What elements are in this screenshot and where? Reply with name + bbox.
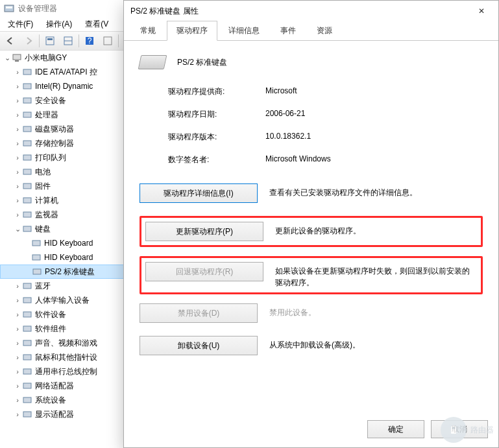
tree-node-label: 电池 [35, 167, 51, 178]
forward-button[interactable] [21, 33, 36, 49]
tree-node[interactable]: ›声音、视频和游戏 [0, 336, 136, 350]
tab-details[interactable]: 详细信息 [219, 21, 269, 40]
uninstall-device-button[interactable]: 卸载设备(U) [140, 336, 258, 355]
update-driver-desc: 更新此设备的驱动程序。 [275, 222, 477, 237]
tree-node[interactable]: ›监视器 [0, 207, 136, 222]
monitor-icon [22, 209, 32, 220]
tree-node[interactable]: ›蓝牙 [0, 279, 136, 293]
expand-icon[interactable]: › [13, 125, 22, 133]
toolbar-btn-3[interactable] [100, 33, 116, 49]
expand-icon[interactable]: › [13, 282, 22, 290]
tree-node[interactable]: ›存储控制器 [0, 136, 136, 150]
expand-icon[interactable]: › [13, 154, 22, 161]
expand-icon[interactable]: ⌄ [13, 225, 22, 233]
device-tree[interactable]: ⌄ 小米电脑GY ›IDE ATA/ATAPI 控›Intel(R) Dynam… [0, 51, 136, 448]
usb-icon [22, 366, 32, 377]
software-icon [22, 309, 32, 320]
svg-rect-28 [23, 298, 31, 303]
expand-icon[interactable]: › [13, 111, 22, 119]
tree-node[interactable]: ›软件组件 [0, 322, 136, 336]
tree-node-label: 打印队列 [35, 152, 66, 163]
tree-node[interactable]: ›网络适配器 [0, 379, 136, 393]
tab-driver[interactable]: 驱动程序 [167, 21, 217, 41]
toolbar-btn-2[interactable] [60, 33, 76, 49]
expand-icon[interactable]: › [13, 68, 22, 76]
tree-child[interactable]: HID Keyboard [0, 250, 136, 265]
expand-icon[interactable]: › [13, 325, 22, 333]
disable-device-button[interactable]: 禁用设备(D) [140, 303, 258, 323]
expand-icon[interactable]: › [13, 396, 22, 404]
svg-rect-10 [13, 54, 21, 60]
svg-rect-24 [32, 241, 40, 246]
ide-icon [22, 67, 32, 77]
date-label: 驱动程序日期: [168, 109, 265, 120]
expand-icon[interactable]: › [13, 311, 22, 318]
menu-action[interactable]: 操作(A) [42, 18, 76, 31]
back-button[interactable] [3, 33, 18, 49]
row-uninstall: 卸载设备(U) 从系统中卸载设备(高级)。 [140, 336, 483, 355]
tree-node[interactable]: ›鼠标和其他指针设 [0, 350, 136, 364]
tree-node[interactable]: ›软件设备 [0, 307, 136, 322]
tree-node[interactable]: ›IDE ATA/ATAPI 控 [0, 65, 136, 79]
expand-icon[interactable]: › [13, 368, 22, 375]
svg-rect-17 [23, 141, 31, 146]
dm-title: 设备管理器 [18, 3, 57, 14]
tree-node[interactable]: ⌄键盘 [0, 222, 136, 236]
tabstrip: 常规 驱动程序 详细信息 事件 资源 [124, 21, 498, 41]
help-button[interactable]: ? [82, 33, 97, 49]
tree-node[interactable]: ›磁盘驱动器 [0, 122, 136, 136]
tree-node[interactable]: ›系统设备 [0, 393, 136, 407]
tree-node-label: 蓝牙 [35, 281, 51, 292]
cancel-button[interactable]: 取消 [431, 420, 488, 438]
expand-icon[interactable]: › [13, 410, 22, 418]
tree-node[interactable]: ›显示适配器 [0, 407, 136, 421]
toolbar-btn-1[interactable] [42, 33, 58, 49]
tree-node[interactable]: ›人体学输入设备 [0, 293, 136, 307]
tree-node-label: 网络适配器 [35, 381, 74, 392]
expand-icon[interactable]: › [13, 196, 22, 204]
driver-details-button[interactable]: 驱动程序详细信息(I) [140, 183, 258, 203]
collapse-icon[interactable]: ⌄ [3, 54, 12, 62]
expand-icon[interactable]: › [13, 296, 22, 304]
menu-file[interactable]: 文件(F) [4, 18, 37, 31]
expand-icon[interactable]: › [13, 353, 22, 361]
ok-button[interactable]: 确定 [367, 420, 424, 438]
tree-node[interactable]: ›通用串行总线控制 [0, 364, 136, 379]
expand-icon[interactable]: › [13, 97, 22, 104]
svg-rect-30 [23, 326, 31, 331]
expand-icon[interactable]: › [13, 339, 22, 347]
tab-events[interactable]: 事件 [271, 21, 306, 40]
tree-node[interactable]: ›安全设备 [0, 93, 136, 108]
expand-icon[interactable]: › [13, 182, 22, 190]
cpu-icon [22, 110, 32, 120]
tree-node-label: 系统设备 [35, 395, 66, 406]
tree-node[interactable]: ›电池 [0, 165, 136, 179]
tree-node-label: 通用串行总线控制 [35, 366, 97, 377]
toolbar-separator [79, 34, 79, 47]
tree-child[interactable]: HID Keyboard [0, 236, 136, 250]
update-driver-button[interactable]: 更新驱动程序(P) [145, 222, 263, 241]
tree-node[interactable]: ›计算机 [0, 193, 136, 207]
tab-general[interactable]: 常规 [130, 21, 165, 40]
expand-icon[interactable]: › [13, 382, 22, 390]
dialog-titlebar[interactable]: PS/2 标准键盘 属性 ✕ [124, 1, 498, 21]
tree-node[interactable]: ›固件 [0, 179, 136, 193]
close-icon: ✕ [478, 6, 485, 16]
tree-node[interactable]: ›打印队列 [0, 150, 136, 165]
expand-icon[interactable]: › [13, 139, 22, 147]
driver-actions: 驱动程序详细信息(I) 查看有关已安装驱动程序文件的详细信息。 更新驱动程序(P… [140, 183, 483, 355]
expand-icon[interactable]: › [13, 82, 22, 90]
rollback-driver-button[interactable]: 回退驱动程序(R) [145, 262, 263, 281]
tree-node[interactable]: ›处理器 [0, 108, 136, 122]
disk-icon [22, 124, 32, 134]
tree-child[interactable]: PS/2 标准键盘 [0, 265, 136, 279]
uninstall-device-desc: 从系统中卸载设备(高级)。 [269, 336, 483, 351]
tab-resources[interactable]: 资源 [307, 21, 342, 40]
menu-view[interactable]: 查看(V [81, 18, 112, 31]
tree-root[interactable]: ⌄ 小米电脑GY [0, 51, 136, 65]
tree-node[interactable]: ›Intel(R) Dynamic [0, 79, 136, 93]
expand-icon[interactable]: › [13, 168, 22, 176]
tree-node-label: 固件 [35, 181, 51, 192]
close-button[interactable]: ✕ [471, 3, 492, 19]
expand-icon[interactable]: › [13, 211, 22, 218]
